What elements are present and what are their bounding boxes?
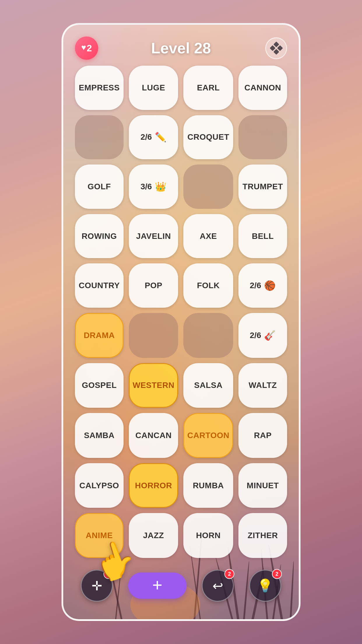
word-pill[interactable]: CALYPSO	[75, 463, 124, 508]
word-pill[interactable]: SALSA	[183, 363, 233, 408]
word-pill[interactable]: COUNTRY	[75, 263, 124, 308]
header: ♥ 2 Level 28	[72, 34, 290, 60]
word-pill[interactable]: CARTOON	[183, 413, 233, 458]
word-pill[interactable]: POP	[129, 263, 178, 308]
counter-text: 2/6	[250, 281, 261, 290]
counter-text: 2/6	[140, 132, 152, 142]
heart-icon: ♥	[81, 43, 86, 52]
word-pill[interactable]: GOSPEL	[75, 363, 124, 408]
word-pill[interactable]: 2/6✏️	[129, 115, 178, 160]
hint-badge: 2	[272, 569, 282, 579]
word-pill[interactable]	[75, 115, 124, 160]
word-pill[interactable]: ROWING	[75, 214, 124, 258]
word-pill[interactable]: 2/6🎸	[238, 313, 287, 358]
word-pill[interactable]	[183, 313, 233, 358]
counter-icon: 🏀	[264, 280, 276, 291]
word-pill[interactable]: WESTERN	[129, 363, 178, 408]
counter-text: 2/6	[250, 331, 261, 340]
add-button[interactable]: +	[128, 573, 187, 599]
word-pill[interactable]: TRUMPET	[238, 164, 287, 209]
word-pill[interactable]: CANNON	[238, 66, 287, 110]
word-pill[interactable]: FOLK	[183, 263, 233, 308]
word-grid: EMPRESSLUGEEARLCANNON2/6✏️CROQUETGOLF3/6…	[72, 66, 290, 558]
word-pill[interactable]: RAP	[238, 413, 287, 458]
word-pill[interactable]: ZITHER	[238, 513, 287, 558]
word-pill[interactable]: JAVELIN	[129, 214, 178, 258]
word-pill[interactable]: SAMBA	[75, 413, 124, 458]
word-pill[interactable]: BELL	[238, 214, 287, 258]
word-pill[interactable]	[183, 164, 233, 209]
level-title: Level 28	[151, 39, 211, 57]
phone-frame: ♥ 2 Level 28 EMPRESSLUGEEARLCANNON2/6✏️C…	[61, 23, 301, 621]
undo-button[interactable]: ↩ 2	[202, 570, 234, 602]
word-pill[interactable]: GOLF	[75, 164, 124, 209]
heart-count: 2	[87, 43, 92, 54]
word-pill[interactable]: JAZZ	[129, 513, 178, 558]
grid-icon	[270, 41, 283, 55]
grid-menu-button[interactable]	[265, 37, 287, 59]
word-pill[interactable]: RUMBA	[183, 463, 233, 508]
word-pill[interactable]: 2/6🏀	[238, 263, 287, 308]
counter-text: 3/6	[140, 182, 152, 191]
counter-icon: ✏️	[155, 132, 166, 143]
word-pill[interactable]: MINUET	[238, 463, 287, 508]
word-pill[interactable]: 3/6👑	[129, 164, 178, 209]
plus-icon: +	[152, 576, 162, 594]
hint-icon: 💡	[257, 578, 273, 593]
hint-button[interactable]: 💡 2	[249, 570, 281, 602]
word-pill[interactable]: HORROR	[129, 463, 178, 508]
hearts-display: ♥ 2	[75, 36, 98, 60]
word-pill[interactable]	[129, 313, 178, 358]
counter-icon: 👑	[155, 181, 166, 192]
counter-icon: 🎸	[264, 330, 276, 341]
word-pill[interactable]: EARL	[183, 66, 233, 110]
word-pill[interactable]: HORN	[183, 513, 233, 558]
undo-icon: ↩	[212, 578, 223, 593]
word-pill[interactable]: CANCAN	[129, 413, 178, 458]
word-pill[interactable]: LUGE	[129, 66, 178, 110]
word-pill[interactable]	[238, 115, 287, 160]
word-pill[interactable]: DRAMA	[75, 313, 124, 358]
word-pill[interactable]: CROQUET	[183, 115, 233, 160]
word-pill[interactable]: AXE	[183, 214, 233, 258]
word-pill[interactable]: WALTZ	[238, 363, 287, 408]
undo-badge: 2	[224, 569, 234, 579]
word-pill[interactable]: EMPRESS	[75, 66, 124, 110]
